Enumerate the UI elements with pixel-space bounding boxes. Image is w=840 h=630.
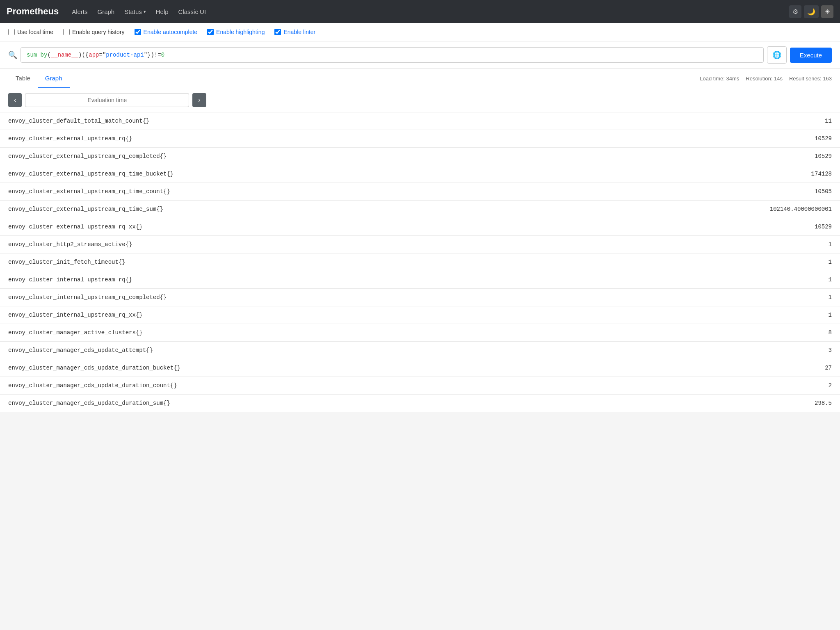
light-mode-button[interactable]: ☀ bbox=[821, 5, 833, 18]
autocomplete-label: Enable autocomplete bbox=[144, 29, 198, 35]
metric-value: 1 bbox=[585, 271, 840, 289]
metric-value: 11 bbox=[585, 112, 840, 130]
tabs-row: Table Graph Load time: 34ms Resolution: … bbox=[0, 69, 840, 88]
table-row: envoy_cluster_external_upstream_rq_time_… bbox=[0, 183, 840, 201]
eval-bar: ‹ › bbox=[0, 88, 840, 112]
metric-value: 10529 bbox=[585, 218, 840, 236]
metric-name: envoy_cluster_external_upstream_rq_time_… bbox=[0, 165, 585, 183]
load-time: Load time: 34ms bbox=[700, 75, 739, 82]
status-dropdown[interactable]: Status ▾ bbox=[124, 8, 146, 15]
table-row: envoy_cluster_manager_cds_update_attempt… bbox=[0, 342, 840, 359]
use-local-time-label: Use local time bbox=[17, 29, 53, 35]
settings-icon-button[interactable]: ⚙ bbox=[789, 5, 801, 18]
autocomplete-checkbox[interactable] bbox=[135, 29, 141, 35]
metric-name: envoy_cluster_internal_upstream_rq_compl… bbox=[0, 289, 585, 306]
table-row: envoy_cluster_manager_cds_update_duratio… bbox=[0, 395, 840, 412]
metric-name: envoy_cluster_manager_cds_update_duratio… bbox=[0, 377, 585, 395]
dark-mode-button[interactable]: 🌙 bbox=[804, 5, 819, 18]
search-icon: 🔍 bbox=[8, 50, 17, 59]
theme-controls: ⚙ 🌙 ☀ bbox=[789, 5, 833, 18]
metric-value: 2 bbox=[585, 377, 840, 395]
classic-ui-link[interactable]: Classic UI bbox=[178, 8, 206, 15]
table-row: envoy_cluster_external_upstream_rq{} 105… bbox=[0, 130, 840, 148]
table-row: envoy_cluster_manager_active_clusters{} … bbox=[0, 324, 840, 342]
metric-name: envoy_cluster_external_upstream_rq_time_… bbox=[0, 183, 585, 201]
table-row: envoy_cluster_internal_upstream_rq_compl… bbox=[0, 289, 840, 306]
linter-option[interactable]: Enable linter bbox=[274, 29, 315, 35]
execute-button[interactable]: Execute bbox=[790, 48, 832, 63]
resolution: Resolution: 14s bbox=[746, 75, 783, 82]
metric-value: 1 bbox=[585, 253, 840, 271]
highlighting-checkbox[interactable] bbox=[207, 29, 214, 35]
result-series: Result series: 163 bbox=[789, 75, 832, 82]
metric-name: envoy_cluster_external_upstream_rq_time_… bbox=[0, 201, 585, 218]
table-row: envoy_cluster_external_upstream_rq_xx{} … bbox=[0, 218, 840, 236]
globe-button[interactable]: 🌐 bbox=[767, 46, 787, 64]
metric-value: 3 bbox=[585, 342, 840, 359]
graph-link[interactable]: Graph bbox=[98, 8, 115, 15]
linter-checkbox[interactable] bbox=[274, 29, 281, 35]
table-row: envoy_cluster_manager_cds_update_duratio… bbox=[0, 359, 840, 377]
use-local-time-option[interactable]: Use local time bbox=[8, 29, 53, 35]
metric-value: 10529 bbox=[585, 148, 840, 165]
metric-value: 10505 bbox=[585, 183, 840, 201]
table-row: envoy_cluster_external_upstream_rq_compl… bbox=[0, 148, 840, 165]
query-display: sum by(__name__)({app="product-api"})!= … bbox=[21, 47, 764, 63]
tab-graph[interactable]: Graph bbox=[38, 69, 70, 88]
metric-name: envoy_cluster_http2_streams_active{} bbox=[0, 236, 585, 253]
table-row: envoy_cluster_external_upstream_rq_time_… bbox=[0, 201, 840, 218]
alerts-link[interactable]: Alerts bbox=[72, 8, 87, 15]
metric-name: envoy_cluster_external_upstream_rq_compl… bbox=[0, 148, 585, 165]
metric-name: envoy_cluster_manager_cds_update_duratio… bbox=[0, 359, 585, 377]
highlighting-label: Enable highlighting bbox=[216, 29, 265, 35]
table-row: envoy_cluster_http2_streams_active{} 1 bbox=[0, 236, 840, 253]
eval-time-input[interactable] bbox=[25, 93, 189, 107]
use-local-time-checkbox[interactable] bbox=[8, 29, 15, 35]
metric-value: 1 bbox=[585, 289, 840, 306]
metric-name: envoy_cluster_default_total_match_count{… bbox=[0, 112, 585, 130]
status-label: Status bbox=[124, 8, 142, 15]
metric-name: envoy_cluster_init_fetch_timeout{} bbox=[0, 253, 585, 271]
table-row: envoy_cluster_external_upstream_rq_time_… bbox=[0, 165, 840, 183]
results-table: envoy_cluster_default_total_match_count{… bbox=[0, 112, 840, 412]
table-row: envoy_cluster_default_total_match_count{… bbox=[0, 112, 840, 130]
query-history-option[interactable]: Enable query history bbox=[63, 29, 125, 35]
metric-name: envoy_cluster_external_upstream_rq{} bbox=[0, 130, 585, 148]
results-table-container: envoy_cluster_default_total_match_count{… bbox=[0, 112, 840, 412]
metric-name: envoy_cluster_internal_upstream_rq_xx{} bbox=[0, 306, 585, 324]
metric-name: envoy_cluster_external_upstream_rq_xx{} bbox=[0, 218, 585, 236]
linter-label: Enable linter bbox=[283, 29, 315, 35]
tabs-meta: Load time: 34ms Resolution: 14s Result s… bbox=[700, 75, 832, 82]
status-caret-icon: ▾ bbox=[144, 9, 146, 14]
eval-next-button[interactable]: › bbox=[192, 93, 206, 107]
query-history-checkbox[interactable] bbox=[63, 29, 70, 35]
autocomplete-option[interactable]: Enable autocomplete bbox=[135, 29, 198, 35]
table-row: envoy_cluster_init_fetch_timeout{} 1 bbox=[0, 253, 840, 271]
eval-prev-button[interactable]: ‹ bbox=[8, 93, 22, 107]
help-link[interactable]: Help bbox=[156, 8, 169, 15]
metric-value: 298.5 bbox=[585, 395, 840, 412]
navbar: Prometheus Alerts Graph Status ▾ Help Cl… bbox=[0, 0, 840, 23]
metric-value: 1 bbox=[585, 236, 840, 253]
table-row: envoy_cluster_internal_upstream_rq{} 1 bbox=[0, 271, 840, 289]
metric-name: envoy_cluster_manager_cds_update_attempt… bbox=[0, 342, 585, 359]
table-row: envoy_cluster_internal_upstream_rq_xx{} … bbox=[0, 306, 840, 324]
metric-value: 27 bbox=[585, 359, 840, 377]
metric-value: 1 bbox=[585, 306, 840, 324]
metric-value: 8 bbox=[585, 324, 840, 342]
metric-value: 174128 bbox=[585, 165, 840, 183]
tab-table[interactable]: Table bbox=[8, 69, 38, 88]
query-history-label: Enable query history bbox=[72, 29, 125, 35]
metric-name: envoy_cluster_internal_upstream_rq{} bbox=[0, 271, 585, 289]
metric-name: envoy_cluster_manager_active_clusters{} bbox=[0, 324, 585, 342]
query-bar: 🔍 sum by(__name__)({app="product-api"})!… bbox=[0, 41, 840, 69]
metric-value: 102140.40000000001 bbox=[585, 201, 840, 218]
metric-name: envoy_cluster_manager_cds_update_duratio… bbox=[0, 395, 585, 412]
table-row: envoy_cluster_manager_cds_update_duratio… bbox=[0, 377, 840, 395]
options-bar: Use local time Enable query history Enab… bbox=[0, 23, 840, 41]
brand-title: Prometheus bbox=[7, 6, 59, 17]
highlighting-option[interactable]: Enable highlighting bbox=[207, 29, 265, 35]
metric-value: 10529 bbox=[585, 130, 840, 148]
